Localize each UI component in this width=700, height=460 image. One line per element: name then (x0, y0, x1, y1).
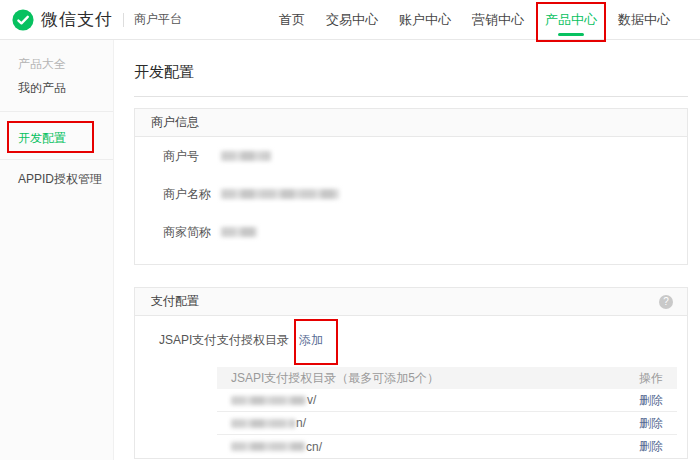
merchant-name-label: 商户名称 (163, 186, 221, 203)
nav-item-marketing-center[interactable]: 营销中心 (472, 11, 524, 28)
jsapi-pay-label: JSAPI支付 (159, 332, 217, 349)
merchant-shortname-label: 商家简称 (163, 224, 221, 241)
main-content: 开发配置 商户信息 商户号 商户名称 商家简称 (114, 40, 700, 460)
merchant-id-row: 商户号 (135, 137, 687, 175)
merchant-id-label: 商户号 (163, 148, 221, 165)
top-header: 微信支付 商户平台 首页 交易中心 账户中心 营销中心 产品中心 数据中心 (0, 0, 700, 40)
directory-table-header-label: JSAPI支付授权目录（最多可添加5个） (231, 370, 439, 387)
nav-item-product-center-label: 产品中心 (545, 12, 597, 27)
delete-directory-link[interactable]: 删除 (639, 415, 663, 432)
directory-url-suffix: v/ (307, 393, 316, 407)
wechat-pay-logo[interactable]: 微信支付 (12, 8, 113, 31)
sidebar-item-dev-config[interactable]: 开发配置 (0, 125, 113, 151)
top-nav: 首页 交易中心 账户中心 营销中心 产品中心 数据中心 (279, 11, 670, 28)
payment-config-card-header: 支付配置 ? (135, 288, 687, 316)
jsapi-directory-table: JSAPI支付授权目录（最多可添加5个） 操作 v/ 删除 n/ (217, 367, 677, 458)
directory-url-redacted (231, 442, 305, 451)
nav-item-home[interactable]: 首页 (279, 11, 305, 28)
sidebar-section-product-catalog: 产品大全 (0, 52, 113, 76)
page-title: 开发配置 (134, 64, 688, 80)
wechat-pay-icon (12, 9, 34, 31)
logo-text: 微信支付 (41, 8, 113, 31)
sidebar: 产品大全 我的产品 开发配置 APPID授权管理 (0, 40, 114, 460)
merchant-id-redacted-value (221, 151, 271, 161)
nav-item-account-center[interactable]: 账户中心 (399, 11, 451, 28)
directory-url: n/ (231, 416, 306, 430)
payment-config-title: 支付配置 (151, 293, 199, 310)
add-directory-link-label: 添加 (299, 333, 323, 347)
nav-item-product-center[interactable]: 产品中心 (545, 11, 597, 28)
directory-url-suffix: n/ (296, 416, 306, 430)
merchant-info-title: 商户信息 (151, 114, 199, 131)
directory-url-redacted (231, 396, 306, 405)
merchant-shortname-redacted-value (221, 227, 257, 237)
directory-row: n/ 删除 (217, 412, 677, 435)
merchant-info-card-header: 商户信息 (135, 109, 687, 137)
directory-row: v/ 删除 (217, 389, 677, 412)
auth-dir-label: 支付授权目录 (217, 332, 289, 349)
merchant-name-redacted-value (221, 189, 339, 199)
directory-table-header: JSAPI支付授权目录（最多可添加5个） 操作 (217, 367, 677, 389)
help-icon[interactable]: ? (659, 295, 673, 309)
sidebar-item-appid-auth[interactable]: APPID授权管理 (0, 167, 113, 191)
merchant-shortname-row: 商家简称 (135, 213, 687, 251)
delete-directory-link[interactable]: 删除 (639, 438, 663, 455)
nav-item-data-center[interactable]: 数据中心 (618, 11, 670, 28)
sidebar-divider (0, 111, 113, 112)
merchant-name-row: 商户名称 (135, 175, 687, 213)
platform-subtitle: 商户平台 (134, 11, 182, 28)
jsapi-pay-row: JSAPI支付 支付授权目录 添加 (159, 331, 687, 349)
sidebar-divider (0, 159, 113, 160)
sidebar-item-my-products[interactable]: 我的产品 (0, 76, 113, 100)
payment-config-card: 支付配置 ? JSAPI支付 支付授权目录 添加 JSAPI支付授权目录（最多可… (134, 287, 688, 459)
directory-row: cn/ 删除 (217, 435, 677, 458)
title-divider (134, 96, 688, 97)
add-directory-link[interactable]: 添加 (299, 332, 323, 349)
directory-url-suffix: cn/ (306, 440, 322, 454)
delete-directory-link[interactable]: 删除 (639, 392, 663, 409)
directory-url: cn/ (231, 440, 322, 454)
directory-url-redacted (231, 419, 295, 428)
merchant-info-card: 商户信息 商户号 商户名称 商家简称 (134, 108, 688, 265)
directory-table-action-header: 操作 (639, 370, 663, 387)
nav-item-transaction-center[interactable]: 交易中心 (326, 11, 378, 28)
logo-divider (123, 13, 124, 27)
directory-url: v/ (231, 393, 316, 407)
